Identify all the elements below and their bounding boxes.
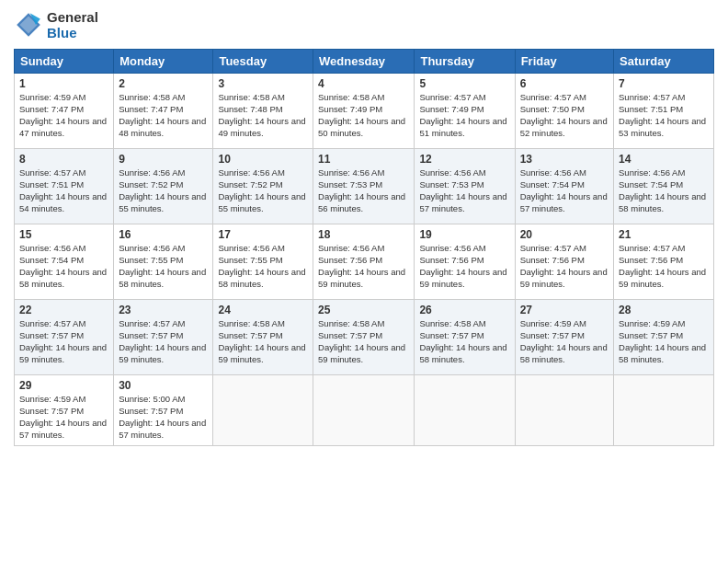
day-number: 3 xyxy=(218,77,308,90)
calendar-cell: 18 Sunrise: 4:56 AM Sunset: 7:56 PM Dayl… xyxy=(313,224,415,299)
calendar-cell: 22 Sunrise: 4:57 AM Sunset: 7:57 PM Dayl… xyxy=(15,299,114,374)
calendar-cell: 8 Sunrise: 4:57 AM Sunset: 7:51 PM Dayli… xyxy=(15,148,114,224)
day-number: 1 xyxy=(19,77,108,90)
day-detail: Sunrise: 4:58 AM Sunset: 7:57 PM Dayligh… xyxy=(218,317,308,366)
day-detail: Sunrise: 4:57 AM Sunset: 7:51 PM Dayligh… xyxy=(19,167,108,215)
day-number: 23 xyxy=(119,304,208,316)
day-detail: Sunrise: 4:57 AM Sunset: 7:57 PM Dayligh… xyxy=(119,317,208,366)
calendar-cell: 4 Sunrise: 4:58 AM Sunset: 7:49 PM Dayli… xyxy=(313,73,415,148)
day-number: 8 xyxy=(19,153,108,166)
calendar-cell: 17 Sunrise: 4:56 AM Sunset: 7:55 PM Dayl… xyxy=(213,224,313,299)
calendar-week-row: 8 Sunrise: 4:57 AM Sunset: 7:51 PM Dayli… xyxy=(15,148,714,224)
day-detail: Sunrise: 4:56 AM Sunset: 7:52 PM Dayligh… xyxy=(119,167,208,215)
day-detail: Sunrise: 4:56 AM Sunset: 7:55 PM Dayligh… xyxy=(218,242,308,291)
weekday-header-row: SundayMondayTuesdayWednesdayThursdayFrid… xyxy=(15,49,714,73)
calendar-cell: 20 Sunrise: 4:57 AM Sunset: 7:56 PM Dayl… xyxy=(515,224,613,299)
calendar-week-row: 29 Sunrise: 4:59 AM Sunset: 7:57 PM Dayl… xyxy=(15,374,714,445)
day-number: 24 xyxy=(218,304,308,316)
calendar-cell: 19 Sunrise: 4:56 AM Sunset: 7:56 PM Dayl… xyxy=(415,224,515,299)
day-number: 2 xyxy=(119,77,208,90)
logo-icon xyxy=(14,10,43,40)
day-detail: Sunrise: 5:00 AM Sunset: 7:57 PM Dayligh… xyxy=(119,393,208,442)
day-number: 19 xyxy=(419,228,509,241)
day-detail: Sunrise: 4:57 AM Sunset: 7:56 PM Dayligh… xyxy=(520,242,609,291)
day-number: 10 xyxy=(218,153,308,166)
calendar-cell: 16 Sunrise: 4:56 AM Sunset: 7:55 PM Dayl… xyxy=(114,224,213,299)
weekday-header-tuesday: Tuesday xyxy=(213,49,313,73)
weekday-header-sunday: Sunday xyxy=(15,49,114,73)
day-number: 13 xyxy=(520,153,609,166)
day-detail: Sunrise: 4:56 AM Sunset: 7:54 PM Dayligh… xyxy=(619,167,709,215)
day-detail: Sunrise: 4:56 AM Sunset: 7:56 PM Dayligh… xyxy=(318,242,409,291)
day-number: 16 xyxy=(119,228,208,241)
calendar-cell: 15 Sunrise: 4:56 AM Sunset: 7:54 PM Dayl… xyxy=(15,224,114,299)
day-number: 5 xyxy=(419,77,509,90)
calendar-cell xyxy=(213,374,313,445)
weekday-header-wednesday: Wednesday xyxy=(313,49,415,73)
day-detail: Sunrise: 4:59 AM Sunset: 7:57 PM Dayligh… xyxy=(520,317,609,366)
day-detail: Sunrise: 4:57 AM Sunset: 7:50 PM Dayligh… xyxy=(520,91,609,140)
day-number: 12 xyxy=(419,153,509,166)
calendar-week-row: 15 Sunrise: 4:56 AM Sunset: 7:54 PM Dayl… xyxy=(15,224,714,299)
calendar-cell: 12 Sunrise: 4:56 AM Sunset: 7:53 PM Dayl… xyxy=(415,148,515,224)
calendar-cell: 26 Sunrise: 4:58 AM Sunset: 7:57 PM Dayl… xyxy=(415,299,515,374)
calendar-cell: 30 Sunrise: 5:00 AM Sunset: 7:57 PM Dayl… xyxy=(114,374,213,445)
calendar-cell: 27 Sunrise: 4:59 AM Sunset: 7:57 PM Dayl… xyxy=(515,299,613,374)
day-detail: Sunrise: 4:56 AM Sunset: 7:53 PM Dayligh… xyxy=(419,167,509,215)
day-detail: Sunrise: 4:56 AM Sunset: 7:54 PM Dayligh… xyxy=(520,167,609,215)
day-detail: Sunrise: 4:59 AM Sunset: 7:57 PM Dayligh… xyxy=(619,317,709,366)
day-detail: Sunrise: 4:56 AM Sunset: 7:55 PM Dayligh… xyxy=(119,242,208,291)
calendar-cell: 14 Sunrise: 4:56 AM Sunset: 7:54 PM Dayl… xyxy=(614,148,714,224)
day-detail: Sunrise: 4:57 AM Sunset: 7:57 PM Dayligh… xyxy=(19,317,108,366)
calendar-week-row: 22 Sunrise: 4:57 AM Sunset: 7:57 PM Dayl… xyxy=(15,299,714,374)
calendar-cell: 6 Sunrise: 4:57 AM Sunset: 7:50 PM Dayli… xyxy=(515,73,613,148)
day-detail: Sunrise: 4:58 AM Sunset: 7:57 PM Dayligh… xyxy=(419,317,509,366)
calendar-cell: 13 Sunrise: 4:56 AM Sunset: 7:54 PM Dayl… xyxy=(515,148,613,224)
day-detail: Sunrise: 4:59 AM Sunset: 7:47 PM Dayligh… xyxy=(19,91,108,140)
weekday-header-saturday: Saturday xyxy=(614,49,714,73)
calendar-cell: 5 Sunrise: 4:57 AM Sunset: 7:49 PM Dayli… xyxy=(415,73,515,148)
calendar-cell xyxy=(614,374,714,445)
day-detail: Sunrise: 4:58 AM Sunset: 7:48 PM Dayligh… xyxy=(218,91,308,140)
calendar-cell: 24 Sunrise: 4:58 AM Sunset: 7:57 PM Dayl… xyxy=(213,299,313,374)
logo-text: General Blue xyxy=(47,9,98,41)
calendar-cell: 23 Sunrise: 4:57 AM Sunset: 7:57 PM Dayl… xyxy=(114,299,213,374)
day-number: 11 xyxy=(318,153,409,166)
weekday-header-monday: Monday xyxy=(114,49,213,73)
calendar-cell xyxy=(515,374,613,445)
day-number: 25 xyxy=(318,304,409,316)
calendar-cell: 25 Sunrise: 4:58 AM Sunset: 7:57 PM Dayl… xyxy=(313,299,415,374)
day-number: 15 xyxy=(19,228,108,241)
day-number: 30 xyxy=(119,379,208,392)
day-detail: Sunrise: 4:59 AM Sunset: 7:57 PM Dayligh… xyxy=(19,393,108,442)
day-number: 17 xyxy=(218,228,308,241)
day-detail: Sunrise: 4:56 AM Sunset: 7:54 PM Dayligh… xyxy=(19,242,108,291)
day-number: 22 xyxy=(19,304,108,316)
day-number: 29 xyxy=(19,379,108,392)
page: General Blue SundayMondayTuesdayWednesda… xyxy=(0,0,728,563)
calendar-cell: 10 Sunrise: 4:56 AM Sunset: 7:52 PM Dayl… xyxy=(213,148,313,224)
calendar-cell: 21 Sunrise: 4:57 AM Sunset: 7:56 PM Dayl… xyxy=(614,224,714,299)
weekday-header-thursday: Thursday xyxy=(415,49,515,73)
logo: General Blue xyxy=(14,9,98,41)
day-number: 14 xyxy=(619,153,709,166)
day-detail: Sunrise: 4:56 AM Sunset: 7:52 PM Dayligh… xyxy=(218,167,308,215)
day-number: 4 xyxy=(318,77,409,90)
calendar-cell: 2 Sunrise: 4:58 AM Sunset: 7:47 PM Dayli… xyxy=(114,73,213,148)
day-detail: Sunrise: 4:58 AM Sunset: 7:49 PM Dayligh… xyxy=(318,91,409,140)
calendar-cell: 7 Sunrise: 4:57 AM Sunset: 7:51 PM Dayli… xyxy=(614,73,714,148)
calendar-cell: 11 Sunrise: 4:56 AM Sunset: 7:53 PM Dayl… xyxy=(313,148,415,224)
header: General Blue xyxy=(14,9,714,41)
day-number: 9 xyxy=(119,153,208,166)
day-number: 20 xyxy=(520,228,609,241)
day-detail: Sunrise: 4:57 AM Sunset: 7:56 PM Dayligh… xyxy=(619,242,709,291)
calendar-cell: 28 Sunrise: 4:59 AM Sunset: 7:57 PM Dayl… xyxy=(614,299,714,374)
day-number: 18 xyxy=(318,228,409,241)
day-number: 7 xyxy=(619,77,709,90)
day-number: 21 xyxy=(619,228,709,241)
day-detail: Sunrise: 4:56 AM Sunset: 7:53 PM Dayligh… xyxy=(318,167,409,215)
calendar-cell: 9 Sunrise: 4:56 AM Sunset: 7:52 PM Dayli… xyxy=(114,148,213,224)
day-detail: Sunrise: 4:58 AM Sunset: 7:47 PM Dayligh… xyxy=(119,91,208,140)
calendar-cell xyxy=(415,374,515,445)
calendar-week-row: 1 Sunrise: 4:59 AM Sunset: 7:47 PM Dayli… xyxy=(15,73,714,148)
